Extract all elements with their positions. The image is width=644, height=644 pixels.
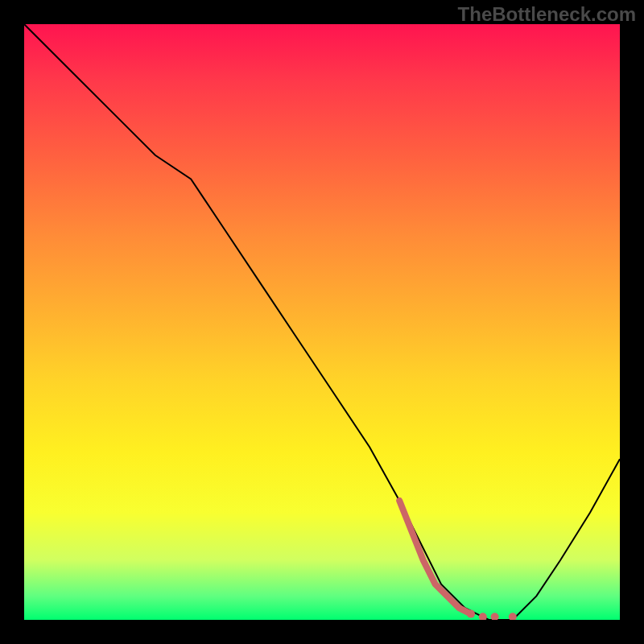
- highlight-dot: [491, 613, 499, 620]
- highlight-dot: [467, 610, 475, 618]
- chart-svg: [24, 24, 620, 620]
- highlight-dot: [479, 613, 487, 620]
- highlight-curve-path: [399, 501, 471, 614]
- highlight-dot: [509, 613, 517, 620]
- watermark-text: TheBottleneck.com: [458, 3, 636, 26]
- main-curve-path: [24, 24, 620, 620]
- highlight-dots: [467, 610, 517, 620]
- chart-plot-area: [24, 24, 620, 620]
